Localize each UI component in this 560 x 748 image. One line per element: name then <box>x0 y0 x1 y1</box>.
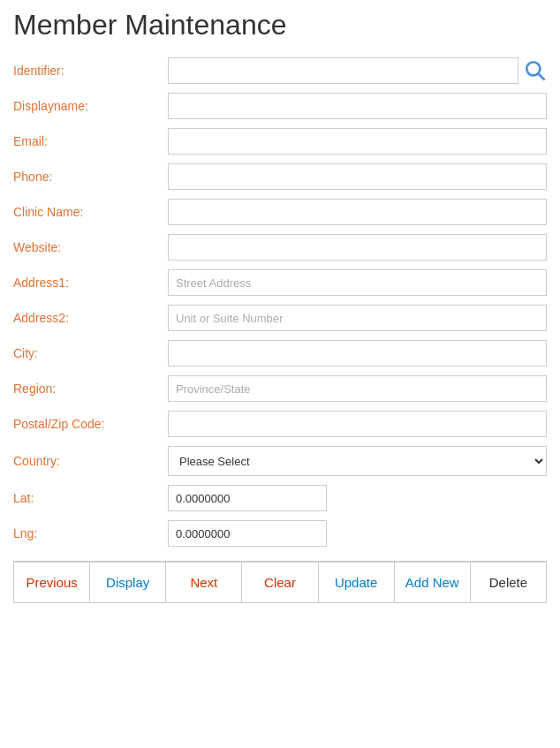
region-row: Region: <box>13 375 547 402</box>
website-label: Website: <box>13 240 168 254</box>
previous-button[interactable]: Previous <box>13 562 90 603</box>
website-row: Website: <box>13 234 547 261</box>
phone-field <box>168 163 547 190</box>
addnew-button[interactable]: Add New <box>395 562 471 603</box>
website-field <box>168 234 547 261</box>
email-label: Email: <box>13 134 168 148</box>
postalzip-field <box>168 411 547 437</box>
email-field <box>168 128 547 155</box>
button-bar: Previous Display Next Clear Update Add N… <box>13 561 547 603</box>
lng-field <box>168 520 547 547</box>
website-input[interactable] <box>168 234 547 261</box>
email-row: Email: <box>13 128 547 155</box>
address2-row: Address2: <box>13 305 547 331</box>
address2-input[interactable] <box>168 305 547 331</box>
region-input[interactable] <box>168 375 547 402</box>
address1-row: Address1: <box>13 269 547 296</box>
search-icon[interactable] <box>524 59 547 82</box>
svg-line-1 <box>539 74 544 79</box>
clinicname-row: Clinic Name: <box>13 199 547 225</box>
update-button[interactable]: Update <box>319 562 395 603</box>
lng-row: Lng: <box>13 520 547 547</box>
address1-field <box>168 269 547 296</box>
postalzip-label: Postal/Zip Code: <box>13 417 168 431</box>
identifier-field <box>168 57 547 84</box>
displayname-row: Displayname: <box>13 93 547 119</box>
displayname-label: Displayname: <box>13 99 168 113</box>
lat-input[interactable] <box>168 485 327 511</box>
clinicname-field <box>168 199 547 225</box>
lat-label: Lat: <box>13 491 168 505</box>
lng-input[interactable] <box>168 520 327 547</box>
identifier-label: Identifier: <box>13 64 168 78</box>
city-input[interactable] <box>168 340 547 366</box>
lat-row: Lat: <box>13 485 547 511</box>
address1-label: Address1: <box>13 276 168 290</box>
identifier-row: Identifier: <box>13 57 547 84</box>
city-label: City: <box>13 346 168 360</box>
clear-button[interactable]: Clear <box>242 562 318 603</box>
postalzip-row: Postal/Zip Code: <box>13 411 547 437</box>
phone-label: Phone: <box>13 170 168 184</box>
clinicname-label: Clinic Name: <box>13 205 168 219</box>
country-label: Country: <box>13 454 168 468</box>
lng-label: Lng: <box>13 526 168 540</box>
address2-label: Address2: <box>13 311 168 325</box>
city-row: City: <box>13 340 547 366</box>
clinicname-input[interactable] <box>168 199 547 225</box>
lat-field <box>168 485 547 511</box>
page-title: Member Maintenance <box>13 9 547 42</box>
region-label: Region: <box>13 382 168 396</box>
phone-input[interactable] <box>168 163 547 190</box>
delete-button[interactable]: Delete <box>471 562 547 603</box>
displayname-field <box>168 93 547 119</box>
address2-field <box>168 305 547 331</box>
postalzip-input[interactable] <box>168 411 547 437</box>
next-button[interactable]: Next <box>166 562 242 603</box>
displayname-input[interactable] <box>168 93 547 119</box>
display-button[interactable]: Display <box>90 562 166 603</box>
identifier-input[interactable] <box>168 57 518 84</box>
country-select[interactable]: Please Select <box>168 446 547 476</box>
address1-input[interactable] <box>168 269 547 296</box>
city-field <box>168 340 547 366</box>
region-field <box>168 375 547 402</box>
email-input[interactable] <box>168 128 547 155</box>
phone-row: Phone: <box>13 163 547 190</box>
country-row: Country: Please Select <box>13 446 547 476</box>
country-field: Please Select <box>168 446 547 476</box>
